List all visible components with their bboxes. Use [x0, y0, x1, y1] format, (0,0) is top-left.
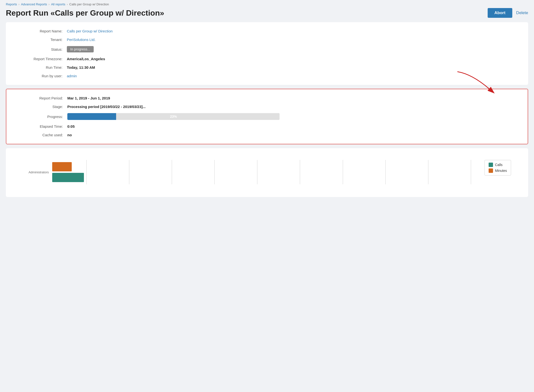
red-arrow-icon — [453, 69, 496, 94]
report-name-label: Report Name: — [16, 29, 67, 33]
elapsed-time-label: Elapsed Time: — [16, 124, 67, 128]
page-wrapper: Reports › Advanced Reports › All reports… — [0, 0, 534, 392]
grid-line-3 — [172, 160, 214, 184]
page-header: Report Run «Calls per Group w/ Direction… — [6, 8, 528, 18]
cache-used-value: no — [67, 133, 72, 137]
stage-row: Stage: Processing period [2019/03/22 - 2… — [16, 105, 518, 109]
bar-orange — [52, 162, 72, 171]
progress-bar: 23% — [67, 113, 280, 120]
chart-outer: Calls Minutes Administrators — [16, 155, 518, 187]
run-by-value[interactable]: admin — [67, 74, 77, 78]
chart-group-label: Administrators — [20, 170, 52, 174]
page-title: Report Run «Calls per Group w/ Direction… — [6, 9, 164, 18]
elapsed-time-row: Elapsed Time: 0:05 — [16, 124, 518, 128]
header-actions: Abort Delete — [488, 8, 528, 18]
grid-line-6 — [300, 160, 343, 184]
chart-grid-lines — [84, 160, 514, 184]
grid-line-2 — [129, 160, 172, 184]
breadcrumb-current: Calls per Group w/ Direction — [69, 2, 109, 6]
report-name-row: Report Name: Calls per Group w/ Directio… — [16, 29, 518, 33]
chart-card: Calls Minutes Administrators — [6, 148, 528, 197]
breadcrumb-sep-3: › — [67, 2, 68, 6]
legend-minutes-color — [489, 168, 493, 173]
report-info-card: Report Name: Calls per Group w/ Directio… — [6, 22, 528, 85]
breadcrumb-all-reports[interactable]: All reports — [51, 2, 65, 6]
run-time-row: Run Time: Today, 11:30 AM — [16, 65, 518, 69]
tenant-label: Tenant: — [16, 38, 67, 42]
grid-line-1 — [86, 160, 129, 184]
status-row: Status: In progress... — [16, 46, 518, 52]
status-badge: In progress... — [67, 46, 94, 52]
chart-bars — [52, 162, 84, 182]
legend-minutes: Minutes — [489, 168, 507, 173]
report-name-value[interactable]: Calls per Group w/ Direction — [67, 29, 113, 33]
grid-line-8 — [385, 160, 428, 184]
legend-calls-color — [489, 163, 493, 167]
elapsed-time-value: 0:05 — [67, 124, 75, 128]
chart-legend: Calls Minutes — [484, 160, 511, 176]
bar-teal — [52, 173, 84, 182]
legend-calls-label: Calls — [495, 163, 503, 167]
legend-calls: Calls — [489, 163, 507, 167]
stage-label: Stage: — [16, 105, 67, 109]
grid-line-5 — [257, 160, 300, 184]
progress-row: Progress: 23% — [16, 113, 518, 120]
breadcrumb-sep-1: › — [19, 2, 20, 6]
breadcrumb-advanced-reports[interactable]: Advanced Reports — [21, 2, 47, 6]
report-period-label: Report Period: — [16, 96, 67, 100]
cache-used-label: Cache used: — [16, 133, 67, 137]
breadcrumb-reports[interactable]: Reports — [6, 2, 17, 6]
status-label: Status: — [16, 47, 67, 51]
grid-line-7 — [343, 160, 385, 184]
timezone-value: America/Los_Angeles — [67, 57, 105, 61]
progress-label: Progress: — [16, 115, 67, 119]
timezone-row: Report Timezone: America/Los_Angeles — [16, 57, 518, 61]
legend-minutes-label: Minutes — [495, 169, 507, 173]
delete-button[interactable]: Delete — [516, 10, 528, 15]
grid-line-9 — [428, 160, 471, 184]
progress-bar-label: 23% — [67, 115, 280, 118]
tenant-value[interactable]: PeriSolutions Ltd. — [67, 38, 96, 42]
timezone-label: Report Timezone: — [16, 57, 67, 61]
stage-value: Processing period [2019/03/22 - 2019/03/… — [67, 105, 146, 109]
cache-used-row: Cache used: no — [16, 133, 518, 137]
progress-card: Report Period: Mar 1, 2019 - Jun 1, 2019… — [6, 89, 528, 144]
breadcrumb-sep-2: › — [49, 2, 50, 6]
tenant-row: Tenant: PeriSolutions Ltd. — [16, 38, 518, 42]
run-time-label: Run Time: — [16, 65, 67, 69]
run-by-row: Run by user: admin — [16, 74, 518, 78]
breadcrumb: Reports › Advanced Reports › All reports… — [6, 2, 528, 6]
report-period-value: Mar 1, 2019 - Jun 1, 2019 — [67, 96, 110, 100]
abort-button[interactable]: Abort — [488, 8, 512, 18]
run-time-value: Today, 11:30 AM — [67, 65, 95, 69]
run-by-label: Run by user: — [16, 74, 67, 78]
report-period-row: Report Period: Mar 1, 2019 - Jun 1, 2019 — [16, 96, 518, 100]
grid-line-4 — [214, 160, 257, 184]
